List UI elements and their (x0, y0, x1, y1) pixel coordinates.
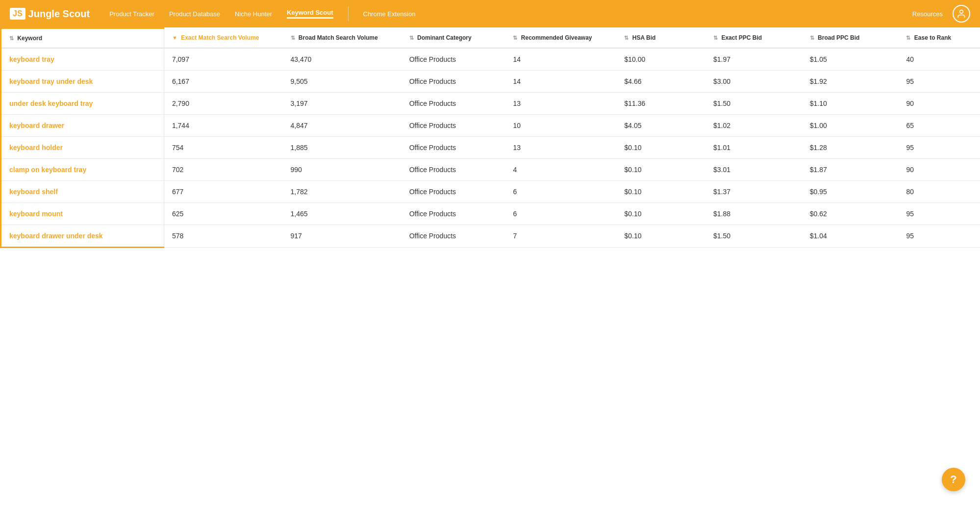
data-cell: 3,197 (283, 93, 402, 115)
data-cell: 65 (898, 115, 980, 137)
table-row: clamp on keyboard tray702990Office Produ… (1, 159, 980, 181)
data-cell: 702 (164, 159, 282, 181)
data-cell: 95 (898, 137, 980, 159)
data-cell: 1,885 (283, 137, 402, 159)
data-cell: 4,847 (283, 115, 402, 137)
data-cell: $1.50 (705, 93, 802, 115)
keyword-cell[interactable]: keyboard drawer under desk (1, 225, 164, 248)
data-cell: 14 (505, 48, 616, 71)
data-cell: $1.01 (705, 137, 802, 159)
data-cell: $0.10 (616, 225, 705, 248)
sort-icon-exact: ▼ (172, 35, 177, 41)
data-cell: 80 (898, 181, 980, 203)
col-header-exact-ppc[interactable]: ⇅ Exact PPC Bid (705, 28, 802, 49)
navigation: JS Jungle Scout Product Tracker Product … (0, 0, 980, 27)
data-cell: $1.88 (705, 203, 802, 225)
table-row: keyboard tray7,09743,470Office Products1… (1, 48, 980, 71)
data-cell: $0.10 (616, 203, 705, 225)
keyword-cell[interactable]: keyboard shelf (1, 181, 164, 203)
col-header-broad-match[interactable]: ⇅ Broad Match Search Volume (283, 28, 402, 49)
table-wrapper: ⇅ Keyword ▼ Exact Match Search Volume ⇅ … (0, 27, 980, 248)
keyword-cell[interactable]: keyboard mount (1, 203, 164, 225)
data-cell: 13 (505, 93, 616, 115)
nav-links: Product Tracker Product Database Niche H… (109, 6, 912, 21)
data-cell: 10 (505, 115, 616, 137)
data-cell: 6,167 (164, 71, 282, 93)
sort-icon-ease: ⇅ (906, 35, 910, 41)
data-cell: 95 (898, 203, 980, 225)
data-cell: 13 (505, 137, 616, 159)
data-cell: Office Products (402, 93, 505, 115)
data-cell: 917 (283, 225, 402, 248)
data-cell: Office Products (402, 48, 505, 71)
nav-product-tracker[interactable]: Product Tracker (109, 10, 154, 18)
sort-icon-exact-ppc: ⇅ (713, 35, 718, 41)
sort-icon-broad: ⇅ (291, 35, 295, 41)
data-cell: $3.00 (705, 71, 802, 93)
data-cell: 6 (505, 181, 616, 203)
data-cell: 4 (505, 159, 616, 181)
data-cell: 7 (505, 225, 616, 248)
logo-text: Jungle Scout (28, 8, 90, 20)
sort-icon-recommended: ⇅ (513, 35, 517, 41)
keyword-cell[interactable]: keyboard drawer (1, 115, 164, 137)
data-cell: $1.10 (802, 93, 899, 115)
data-cell: Office Products (402, 181, 505, 203)
data-cell: Office Products (402, 71, 505, 93)
data-cell: $1.05 (802, 48, 899, 71)
data-cell: $0.62 (802, 203, 899, 225)
col-header-broad-ppc[interactable]: ⇅ Broad PPC Bid (802, 28, 899, 49)
sort-icon-broad-ppc: ⇅ (810, 35, 814, 41)
keyword-table: ⇅ Keyword ▼ Exact Match Search Volume ⇅ … (0, 27, 980, 248)
data-cell: 90 (898, 93, 980, 115)
table-row: keyboard holder7541,885Office Products13… (1, 137, 980, 159)
data-cell: $1.92 (802, 71, 899, 93)
col-header-hsa[interactable]: ⇅ HSA Bid (616, 28, 705, 49)
nav-product-database[interactable]: Product Database (169, 10, 220, 18)
col-header-exact-match[interactable]: ▼ Exact Match Search Volume (164, 28, 282, 49)
data-cell: $1.28 (802, 137, 899, 159)
data-cell: $1.50 (705, 225, 802, 248)
table-row: under desk keyboard tray2,7903,197Office… (1, 93, 980, 115)
data-cell: 95 (898, 225, 980, 248)
data-cell: $1.04 (802, 225, 899, 248)
data-cell: 578 (164, 225, 282, 248)
data-cell: 95 (898, 71, 980, 93)
col-header-ease[interactable]: ⇅ Ease to Rank (898, 28, 980, 49)
user-avatar[interactable] (953, 5, 970, 23)
svg-point-0 (960, 10, 963, 14)
logo[interactable]: JS Jungle Scout (10, 8, 90, 20)
keyword-cell[interactable]: keyboard tray (1, 48, 164, 71)
data-cell: $1.37 (705, 181, 802, 203)
keyword-cell[interactable]: keyboard holder (1, 137, 164, 159)
data-cell: $11.36 (616, 93, 705, 115)
col-header-recommended[interactable]: ⇅ Recommended Giveaway (505, 28, 616, 49)
table-row: keyboard tray under desk6,1679,505Office… (1, 71, 980, 93)
data-cell: $3.01 (705, 159, 802, 181)
data-cell: 990 (283, 159, 402, 181)
nav-niche-hunter[interactable]: Niche Hunter (235, 10, 272, 18)
keyword-cell[interactable]: keyboard tray under desk (1, 71, 164, 93)
nav-keyword-scout[interactable]: Keyword Scout (287, 9, 333, 19)
table-row: keyboard shelf6771,782Office Products6$0… (1, 181, 980, 203)
data-cell: 1,782 (283, 181, 402, 203)
data-cell: $1.87 (802, 159, 899, 181)
data-cell: 1,465 (283, 203, 402, 225)
data-cell: $4.05 (616, 115, 705, 137)
sort-icon-keyword: ⇅ (9, 35, 14, 42)
data-cell: $4.66 (616, 71, 705, 93)
data-cell: Office Products (402, 225, 505, 248)
table-row: keyboard mount6251,465Office Products6$0… (1, 203, 980, 225)
data-cell: 43,470 (283, 48, 402, 71)
keyword-cell[interactable]: clamp on keyboard tray (1, 159, 164, 181)
nav-chrome-extension[interactable]: Chrome Extension (363, 10, 416, 18)
col-header-keyword[interactable]: ⇅ Keyword (1, 28, 164, 49)
table-row: keyboard drawer1,7444,847Office Products… (1, 115, 980, 137)
data-cell: $0.10 (616, 159, 705, 181)
col-header-dominant[interactable]: ⇅ Dominant Category (402, 28, 505, 49)
nav-resources[interactable]: Resources (912, 10, 943, 18)
keyword-cell[interactable]: under desk keyboard tray (1, 93, 164, 115)
table-header-row: ⇅ Keyword ▼ Exact Match Search Volume ⇅ … (1, 28, 980, 49)
data-cell: $0.95 (802, 181, 899, 203)
data-cell: 40 (898, 48, 980, 71)
